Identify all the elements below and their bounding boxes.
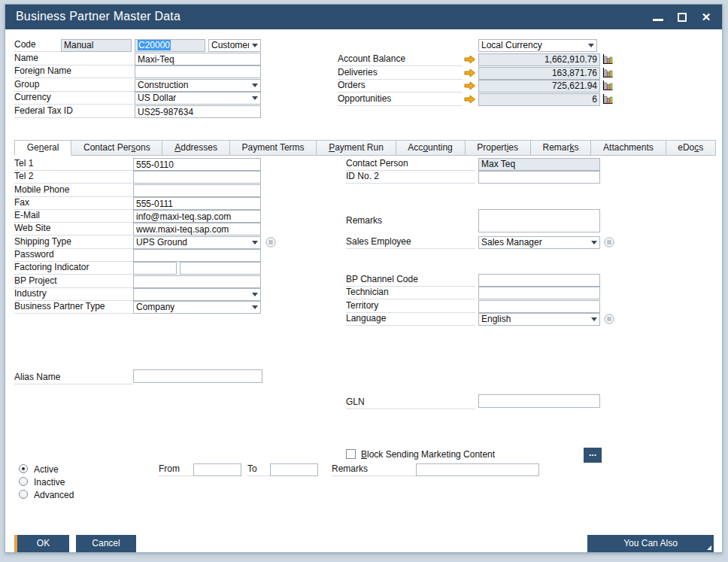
group-label: Group <box>14 79 135 92</box>
validity-remarks-input[interactable] <box>416 463 539 476</box>
define-new-list-icon[interactable] <box>604 314 614 324</box>
define-new-list-icon[interactable] <box>265 237 276 248</box>
validity-remarks-label: Remarks <box>332 463 416 476</box>
language-dropdown[interactable]: English <box>478 313 600 326</box>
define-new-list-icon[interactable] <box>604 237 614 248</box>
link-arrow-icon[interactable] <box>464 81 476 91</box>
cancel-button[interactable]: Cancel <box>76 535 136 552</box>
sales-employee-label: Sales Employee <box>346 236 475 249</box>
bar-chart-icon[interactable] <box>602 93 614 105</box>
bp-channel-code-input[interactable] <box>478 274 600 287</box>
contact-person-field[interactable]: Max Teq <box>478 158 600 171</box>
bar-chart-icon[interactable] <box>602 67 614 79</box>
inactive-radio[interactable] <box>19 477 28 486</box>
opportunities-label: Opportunities <box>338 93 463 106</box>
maximize-button[interactable] <box>672 5 692 29</box>
opportunities-value: 6 <box>478 93 600 106</box>
tab-accounting[interactable]: Accounting <box>396 140 466 156</box>
valid-to-label: To <box>247 463 270 476</box>
email-input[interactable] <box>133 210 261 223</box>
deliveries-value: 163,871.76 <box>478 67 600 80</box>
advanced-radio[interactable] <box>19 490 28 499</box>
link-arrow-icon[interactable] <box>464 68 476 78</box>
code-value-field[interactable]: C20000 <box>135 39 205 52</box>
federal-tax-id-input[interactable] <box>135 105 261 118</box>
chevron-down-icon <box>252 84 258 87</box>
technician-label: Technician <box>346 287 475 299</box>
tab-edocs[interactable]: eDocs <box>666 140 717 156</box>
alias-name-input[interactable] <box>133 369 262 383</box>
tab-contact-persons[interactable]: Contact Persons <box>71 140 162 156</box>
web-site-input[interactable] <box>133 223 261 235</box>
fax-input[interactable] <box>133 197 261 210</box>
orders-value: 725,621.94 <box>478 80 600 93</box>
tab-addresses[interactable]: Addresses <box>162 140 229 156</box>
mobile-phone-input[interactable] <box>133 184 261 197</box>
gln-input[interactable] <box>478 394 600 408</box>
chevron-down-icon <box>591 317 597 321</box>
link-arrow-icon[interactable] <box>464 94 476 105</box>
close-button[interactable]: ✕ <box>696 5 716 29</box>
tel1-input[interactable] <box>133 158 261 171</box>
currency-dropdown[interactable]: US Dollar <box>135 92 261 105</box>
minimize-button[interactable] <box>648 5 668 29</box>
tab-properties[interactable]: Properties <box>466 140 531 156</box>
factoring-indicator-code-input[interactable] <box>133 262 177 275</box>
screen: { "window": { "title": "Business Partner… <box>0 0 728 562</box>
code-mode-field[interactable]: Manual <box>61 39 132 52</box>
currency-label: Currency <box>14 92 135 105</box>
tab-general[interactable]: General <box>14 140 71 156</box>
foreign-name-input[interactable] <box>135 65 261 78</box>
menu-corner-icon <box>707 545 711 550</box>
tab-remarks[interactable]: Remarks <box>531 140 592 156</box>
territory-input[interactable] <box>478 300 600 313</box>
valid-to-input[interactable] <box>270 463 318 476</box>
shipping-type-label: Shipping Type <box>14 236 133 249</box>
more-options-button[interactable]: ... <box>584 448 602 463</box>
language-label: Language <box>346 313 475 326</box>
tab-bar: General Contact Persons Addresses Paymen… <box>14 140 716 156</box>
tab-attachments[interactable]: Attachments <box>591 140 666 156</box>
tab-payment-terms[interactable]: Payment Terms <box>230 140 317 156</box>
valid-from-label: From <box>159 463 193 476</box>
tel2-input[interactable] <box>133 171 261 184</box>
mobile-phone-label: Mobile Phone <box>14 184 133 197</box>
industry-label: Industry <box>14 288 133 301</box>
group-dropdown[interactable]: Construction <box>135 79 261 92</box>
title-bar: Business Partner Master Data ✕ <box>5 5 722 29</box>
industry-dropdown[interactable] <box>133 288 261 301</box>
alias-name-label: Alias Name <box>14 372 133 384</box>
deliveries-label: Deliveries <box>338 67 463 80</box>
password-label: Password <box>14 249 133 262</box>
email-label: E-Mail <box>14 210 133 223</box>
tab-payment-run[interactable]: Payment Run <box>317 140 396 156</box>
link-arrow-icon[interactable] <box>464 54 476 65</box>
id-no-2-input[interactable] <box>478 171 600 184</box>
bp-project-input[interactable] <box>133 275 261 288</box>
chevron-down-icon <box>252 293 258 296</box>
business-partner-type-label: Business Partner Type <box>14 301 133 314</box>
business-partner-type-dropdown[interactable]: Company <box>133 301 261 314</box>
active-radio[interactable] <box>19 464 28 473</box>
tel1-label: Tel 1 <box>14 158 133 171</box>
bp-type-dropdown[interactable]: Customer <box>208 39 261 52</box>
block-marketing-checkbox[interactable] <box>346 449 356 459</box>
valid-from-input[interactable] <box>193 463 241 476</box>
you-can-also-button[interactable]: You Can Also <box>587 535 714 552</box>
factoring-indicator-desc-input[interactable] <box>180 262 261 275</box>
bar-chart-icon[interactable] <box>602 53 614 65</box>
name-input[interactable] <box>135 53 261 65</box>
shipping-type-dropdown[interactable]: UPS Ground <box>133 236 261 249</box>
maximize-icon <box>678 13 687 22</box>
local-currency-dropdown[interactable]: Local Currency <box>478 39 597 52</box>
bar-chart-icon[interactable] <box>602 80 614 92</box>
advanced-radio-label: Advanced <box>34 490 74 501</box>
foreign-name-label: Foreign Name <box>14 65 135 78</box>
sales-employee-dropdown[interactable]: Sales Manager <box>478 236 600 249</box>
remarks-textarea[interactable] <box>478 209 600 232</box>
password-input[interactable] <box>133 249 261 262</box>
chevron-down-icon <box>252 305 258 309</box>
fax-label: Fax <box>14 197 133 210</box>
ok-button[interactable]: OK <box>14 535 69 552</box>
technician-input[interactable] <box>478 287 600 299</box>
